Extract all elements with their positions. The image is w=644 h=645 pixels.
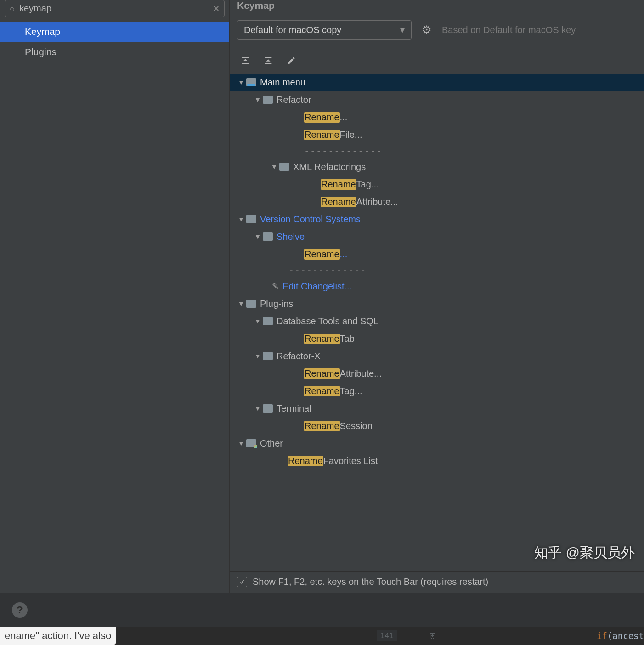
tree-label: Tag... — [356, 179, 379, 190]
tree-label: XML Refactorings — [293, 162, 366, 172]
tree-action-rename-favorites[interactable]: Rename Favorites List — [230, 452, 644, 470]
tree-action-rename-attribute[interactable]: Rename Attribute... — [230, 193, 644, 210]
highlight: Rename — [304, 112, 340, 123]
search-icon: ⌕ — [10, 4, 15, 13]
action-tree: ▼ Main menu ▼ Refactor Rename... Rename … — [230, 74, 644, 571]
highlight: Rename — [304, 249, 340, 260]
tree-label: Main menu — [260, 77, 305, 88]
folder-icon — [263, 352, 273, 360]
chevron-down-icon: ▼ — [236, 79, 246, 86]
gear-icon[interactable]: ⚙ — [422, 23, 432, 36]
folder-icon — [246, 215, 256, 223]
doc-snippet: ename" action. I've also — [0, 627, 116, 645]
tree-label: Refactor-X — [277, 351, 321, 362]
tree-label: Attribute... — [356, 197, 398, 207]
tree-action-rename[interactable]: Rename... — [230, 108, 644, 126]
highlight: Rename — [288, 456, 323, 466]
editor-status-bar: ename" action. I've also 141 ⛨ if(ancest — [0, 627, 644, 645]
tree-action-rename-session[interactable]: Rename Session — [230, 417, 644, 435]
folder-icon — [279, 163, 289, 171]
tree-action-rename-shelve[interactable]: Rename... — [230, 245, 644, 263]
tree-label: ... — [340, 249, 348, 260]
tree-label: Edit Changelist... — [282, 281, 352, 292]
line-number: 141 — [377, 630, 397, 641]
keymap-scheme-dropdown[interactable]: Default for macOS copy ▾ — [237, 20, 412, 40]
tree-node-xml-refactorings[interactable]: ▼ XML Refactorings — [230, 158, 644, 175]
tree-label: Shelve — [277, 232, 305, 242]
clear-icon[interactable]: ✕ — [213, 4, 220, 14]
tree-node-refactor-x[interactable]: ▼ Refactor-X — [230, 347, 644, 365]
folder-icon — [263, 96, 273, 104]
sidebar-item-keymap[interactable]: Keymap — [0, 22, 229, 42]
pencil-icon: ✎ — [272, 281, 279, 291]
tree-node-vcs[interactable]: ▼ Version Control Systems — [230, 210, 644, 228]
expand-all-icon[interactable] — [240, 55, 251, 66]
chevron-down-icon: ▼ — [253, 317, 263, 325]
tree-label: Refactor — [277, 95, 311, 105]
tree-node-shelve[interactable]: ▼ Shelve — [230, 228, 644, 245]
code-text: (ancest — [607, 631, 644, 641]
checkbox-label: Show F1, F2, etc. keys on the Touch Bar … — [253, 577, 488, 587]
dropdown-label: Default for macOS copy — [244, 25, 341, 35]
edit-icon[interactable] — [286, 55, 297, 66]
chevron-down-icon: ▼ — [253, 96, 263, 103]
settings-search[interactable]: ⌕ ✕ — [5, 0, 225, 17]
tree-action-rename-tag[interactable]: Rename Tag... — [230, 175, 644, 193]
tree-node-terminal[interactable]: ▼ Terminal — [230, 400, 644, 417]
help-icon[interactable]: ? — [12, 602, 28, 618]
folder-icon — [263, 404, 273, 413]
highlight: Rename — [321, 179, 356, 190]
tree-node-main-menu[interactable]: ▼ Main menu — [230, 74, 644, 91]
chevron-down-icon: ▼ — [253, 405, 263, 412]
sidebar-item-label: Plugins — [25, 46, 56, 57]
touchbar-checkbox-row[interactable]: ✓ Show F1, F2, etc. keys on the Touch Ba… — [230, 571, 644, 593]
tree-separator: ------------- — [230, 143, 644, 158]
shield-icon: ⛨ — [429, 631, 437, 641]
bottom-bar: ? — [0, 593, 644, 627]
tree-action-rename-file[interactable]: Rename File... — [230, 126, 644, 143]
highlight: Rename — [304, 334, 340, 344]
chevron-down-icon: ▼ — [236, 440, 246, 447]
settings-sidebar: ⌕ ✕ Keymap Plugins — [0, 0, 230, 593]
highlight: Rename — [321, 197, 356, 207]
tree-label: Tab — [340, 334, 355, 344]
based-on-label: Based on Default for macOS key — [442, 25, 576, 35]
tree-action-rename-attr-x[interactable]: Rename Attribute... — [230, 365, 644, 382]
sidebar-item-plugins[interactable]: Plugins — [0, 42, 229, 62]
main-panel: Keymap Default for macOS copy ▾ ⚙ Based … — [230, 0, 644, 593]
tree-action-edit-changelist[interactable]: ✎ Edit Changelist... — [230, 277, 644, 295]
folder-icon — [246, 300, 256, 308]
menu-icon — [246, 78, 256, 86]
tree-label: Database Tools and SQL — [277, 316, 378, 327]
chevron-down-icon: ▾ — [400, 24, 405, 35]
chevron-down-icon: ▼ — [253, 233, 263, 240]
highlight: Rename — [304, 421, 340, 431]
tree-node-refactor[interactable]: ▼ Refactor — [230, 91, 644, 108]
chevron-down-icon: ▼ — [269, 163, 279, 170]
other-icon — [246, 439, 256, 447]
tree-label: Terminal — [277, 403, 311, 414]
tree-node-db-tools[interactable]: ▼ Database Tools and SQL — [230, 312, 644, 330]
tree-action-rename-tag-x[interactable]: Rename Tag... — [230, 382, 644, 400]
tree-separator: ------------- — [230, 263, 644, 277]
chevron-down-icon: ▼ — [236, 215, 246, 223]
tree-label: Session — [340, 421, 373, 431]
tree-label: Tag... — [340, 386, 362, 396]
tree-label: File... — [340, 130, 362, 140]
checkbox-checked-icon[interactable]: ✓ — [237, 577, 247, 587]
tree-node-plugins[interactable]: ▼ Plug-ins — [230, 295, 644, 312]
collapse-all-icon[interactable] — [263, 55, 274, 66]
tree-label: Favorites List — [323, 456, 378, 466]
watermark: 知乎 @聚贝员外 — [534, 543, 635, 562]
chevron-down-icon: ▼ — [253, 352, 263, 360]
tree-node-other[interactable]: ▼ Other — [230, 435, 644, 452]
code-preview: if(ancest — [597, 631, 644, 641]
highlight: Rename — [304, 368, 340, 379]
highlight: Rename — [304, 130, 340, 140]
chevron-down-icon: ▼ — [236, 300, 246, 307]
tree-action-rename-tab[interactable]: Rename Tab — [230, 330, 644, 347]
tree-label: Version Control Systems — [260, 214, 361, 225]
tree-label: Other — [260, 438, 283, 449]
keyword: if — [597, 631, 607, 641]
search-input[interactable] — [17, 2, 213, 15]
